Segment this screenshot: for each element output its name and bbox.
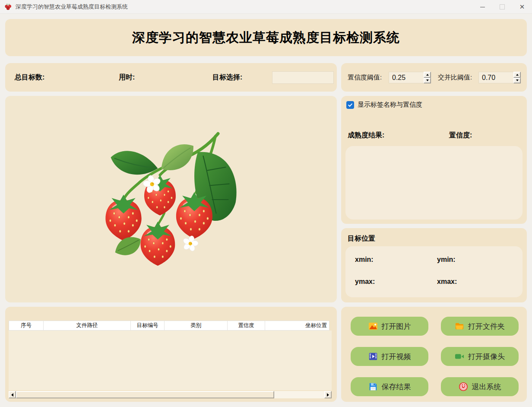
open-video-button[interactable]: 打开视频 xyxy=(351,347,428,366)
show-labels-checkbox-row[interactable]: 显示标签名称与置信度 xyxy=(346,101,422,109)
table-horizontal-scrollbar[interactable] xyxy=(9,391,332,398)
scroll-left-icon xyxy=(11,393,13,397)
column-header-confidence[interactable]: 置信度 xyxy=(227,321,265,331)
confidence-threshold-label: 置信度阈值: xyxy=(348,73,382,82)
target-select-combobox[interactable] xyxy=(272,71,334,84)
column-header-filepath[interactable]: 文件路径 xyxy=(43,321,131,331)
ymin-label: ymin: xyxy=(437,256,456,264)
target-position-title: 目标位置 xyxy=(348,234,375,243)
power-icon xyxy=(459,382,468,391)
strawberry-illustration xyxy=(98,127,244,272)
detection-table-panel: 序号 文件路径 目标编号 类别 置信度 坐标位置 xyxy=(5,307,337,402)
detection-table: 序号 文件路径 目标编号 类别 置信度 坐标位置 xyxy=(9,321,332,390)
minimize-button[interactable] xyxy=(472,0,492,14)
threshold-bar: 置信度阈值: 交并比阈值: xyxy=(341,63,527,92)
table-header-row: 序号 文件路径 目标编号 类别 置信度 坐标位置 xyxy=(9,321,332,331)
exit-system-button[interactable]: 退出系统 xyxy=(441,377,519,396)
open-image-button[interactable]: 打开图片 xyxy=(351,317,428,336)
page-title: 深度学习的智慧农业草莓成熟度目标检测系统 xyxy=(132,29,400,47)
target-position-box: xmin: ymin: ymax: xmax: xyxy=(345,246,522,297)
time-used-label: 用时: xyxy=(119,73,135,82)
save-icon xyxy=(368,382,378,391)
confidence-threshold-input[interactable] xyxy=(389,72,424,83)
confidence-spin-down-button[interactable] xyxy=(424,78,431,84)
spin-down-icon xyxy=(516,79,519,81)
open-image-label: 打开图片 xyxy=(382,321,411,331)
video-icon xyxy=(368,352,378,361)
action-buttons-panel: 打开图片 打开文件夹 打开视频 xyxy=(341,307,527,402)
iou-threshold-spinbox[interactable] xyxy=(478,72,521,83)
save-results-button[interactable]: 保存结果 xyxy=(351,377,428,396)
results-panel: 显示标签名称与置信度 成熟度结果: 置信度: xyxy=(341,96,527,224)
scrollbar-track[interactable] xyxy=(274,391,324,398)
open-camera-button[interactable]: 打开摄像头 xyxy=(441,347,519,366)
open-folder-button[interactable]: 打开文件夹 xyxy=(441,317,519,336)
maximize-icon xyxy=(500,4,505,10)
maximize-button[interactable] xyxy=(492,0,512,14)
column-header-index[interactable]: 序号 xyxy=(9,321,44,331)
total-targets-label: 总目标数: xyxy=(15,73,44,82)
ymax-label: ymax: xyxy=(355,278,375,286)
iou-spin-down-button[interactable] xyxy=(513,78,521,84)
spin-up-icon xyxy=(426,74,429,76)
scroll-right-icon xyxy=(327,393,329,397)
stats-bar: 总目标数: 用时: 目标选择: xyxy=(5,63,337,92)
xmin-label: xmin: xyxy=(355,256,374,264)
close-button[interactable]: ✕ xyxy=(512,0,532,14)
column-header-coordinates[interactable]: 坐标位置 xyxy=(265,321,329,331)
iou-spin-up-button[interactable] xyxy=(513,72,521,78)
target-position-panel: 目标位置 xmin: ymin: ymax: xmax: xyxy=(341,228,527,302)
spin-up-icon xyxy=(516,74,519,76)
close-icon: ✕ xyxy=(519,3,525,11)
image-icon xyxy=(368,321,378,331)
scroll-left-button[interactable] xyxy=(9,391,16,398)
open-folder-label: 打开文件夹 xyxy=(468,321,505,331)
result-text-area xyxy=(345,146,522,219)
window-title: 深度学习的智慧农业草莓成熟度目标检测系统 xyxy=(16,3,128,11)
exit-system-label: 退出系统 xyxy=(472,382,501,392)
confidence-threshold-spinbox[interactable] xyxy=(389,72,431,83)
table-body-empty xyxy=(9,331,332,390)
camera-icon xyxy=(455,352,464,361)
column-header-class[interactable]: 类别 xyxy=(164,321,228,331)
show-labels-label[interactable]: 显示标签名称与置信度 xyxy=(358,101,422,109)
xmax-label: xmax: xyxy=(437,278,457,286)
scroll-right-button[interactable] xyxy=(324,391,332,398)
confidence-spin-up-button[interactable] xyxy=(424,72,431,78)
column-header-target-id[interactable]: 目标编号 xyxy=(130,321,165,331)
iou-threshold-input[interactable] xyxy=(478,72,513,83)
header-panel: 深度学习的智慧农业草莓成熟度目标检测系统 xyxy=(5,19,527,56)
confidence-result-label: 置信度: xyxy=(449,131,472,140)
target-select-label: 目标选择: xyxy=(212,73,242,82)
save-results-label: 保存结果 xyxy=(382,382,411,392)
ripeness-result-label: 成熟度结果: xyxy=(348,131,384,140)
app-strawberry-icon xyxy=(4,3,12,11)
spin-down-icon xyxy=(426,79,429,81)
scrollbar-thumb[interactable] xyxy=(16,391,274,398)
folder-icon xyxy=(455,321,464,331)
window-controls: ✕ xyxy=(472,0,532,14)
check-icon xyxy=(348,102,353,108)
open-camera-label: 打开摄像头 xyxy=(468,352,505,362)
image-display-panel xyxy=(5,96,337,302)
titlebar: 深度学习的智慧农业草莓成熟度目标检测系统 ✕ xyxy=(0,0,532,14)
open-video-label: 打开视频 xyxy=(382,352,411,362)
minimize-icon xyxy=(480,7,485,7)
iou-threshold-label: 交并比阈值: xyxy=(438,73,472,82)
show-labels-checkbox[interactable] xyxy=(346,101,354,109)
